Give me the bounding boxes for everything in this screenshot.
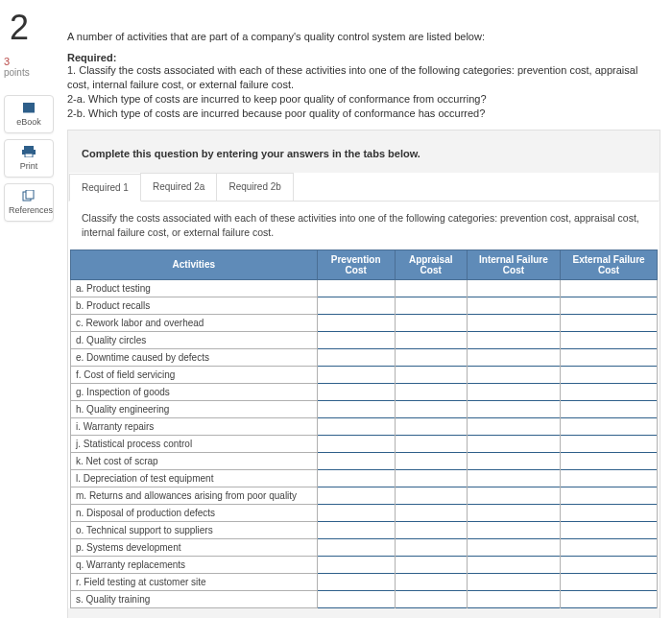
cost-cell[interactable] <box>467 314 560 331</box>
ebook-button[interactable]: eBook <box>4 95 54 133</box>
cost-cell[interactable] <box>467 538 560 556</box>
cost-cell[interactable] <box>395 314 467 331</box>
table-row: n. Disposal of production defects <box>71 504 658 521</box>
cost-cell[interactable] <box>317 590 395 607</box>
cost-cell[interactable] <box>561 314 658 331</box>
cost-cell[interactable] <box>467 487 560 504</box>
cost-cell[interactable] <box>317 521 395 538</box>
cost-cell[interactable] <box>395 452 467 469</box>
cost-cell[interactable] <box>467 331 560 348</box>
cost-cell[interactable] <box>467 504 560 521</box>
cost-cell[interactable] <box>561 573 658 590</box>
cost-cell[interactable] <box>317 279 395 297</box>
cost-cell[interactable] <box>317 538 395 556</box>
ebook-label: eBook <box>16 117 41 127</box>
cost-cell[interactable] <box>467 590 560 607</box>
activity-cell: j. Statistical process control <box>71 435 318 452</box>
cost-cell[interactable] <box>561 590 658 607</box>
cost-cell[interactable] <box>317 348 395 366</box>
cost-cell[interactable] <box>467 383 560 400</box>
cost-cell[interactable] <box>467 469 560 487</box>
cost-cell[interactable] <box>395 383 467 400</box>
cost-cell[interactable] <box>317 314 395 331</box>
cost-cell[interactable] <box>561 417 658 435</box>
cost-cell[interactable] <box>467 279 560 297</box>
cost-cell[interactable] <box>561 348 658 366</box>
cost-cell[interactable] <box>467 435 560 452</box>
cost-cell[interactable] <box>467 400 560 417</box>
cost-cell[interactable] <box>395 435 467 452</box>
activity-cell: o. Technical support to suppliers <box>71 521 318 538</box>
cost-cell[interactable] <box>561 452 658 469</box>
cost-cell[interactable] <box>317 556 395 573</box>
table-row: a. Product testing <box>71 279 658 297</box>
cost-cell[interactable] <box>395 279 467 297</box>
cost-cell[interactable] <box>395 556 467 573</box>
cost-cell[interactable] <box>317 366 395 383</box>
cost-cell[interactable] <box>467 417 560 435</box>
tab-required-1[interactable]: Required 1 <box>69 174 141 202</box>
table-row: h. Quality engineering <box>71 400 658 417</box>
cost-cell[interactable] <box>561 504 658 521</box>
cost-cell[interactable] <box>317 417 395 435</box>
cost-cell[interactable] <box>467 556 560 573</box>
cost-cell[interactable] <box>317 400 395 417</box>
cost-cell[interactable] <box>317 297 395 314</box>
cost-cell[interactable] <box>317 383 395 400</box>
cost-cell[interactable] <box>395 504 467 521</box>
tab-required-2a[interactable]: Required 2a <box>140 173 217 201</box>
cost-cell[interactable] <box>467 348 560 366</box>
cost-cell[interactable] <box>561 383 658 400</box>
cost-cell[interactable] <box>395 297 467 314</box>
cost-cell[interactable] <box>317 487 395 504</box>
cost-cell[interactable] <box>467 297 560 314</box>
points-number: 3 <box>4 56 54 67</box>
table-row: f. Cost of field servicing <box>71 366 658 383</box>
cost-cell[interactable] <box>561 469 658 487</box>
tab-required-2b[interactable]: Required 2b <box>216 173 293 201</box>
cost-cell[interactable] <box>467 521 560 538</box>
cost-cell[interactable] <box>561 400 658 417</box>
cost-cell[interactable] <box>395 538 467 556</box>
cost-cell[interactable] <box>395 590 467 607</box>
cost-cell[interactable] <box>395 487 467 504</box>
cost-cell[interactable] <box>395 417 467 435</box>
required-body: 1. Classify the costs associated with ea… <box>67 63 660 120</box>
cost-cell[interactable] <box>395 348 467 366</box>
cost-cell[interactable] <box>561 331 658 348</box>
cost-cell[interactable] <box>317 331 395 348</box>
cost-cell[interactable] <box>317 435 395 452</box>
cost-cell[interactable] <box>395 366 467 383</box>
cost-cell[interactable] <box>561 279 658 297</box>
cost-cell[interactable] <box>467 366 560 383</box>
cost-cell[interactable] <box>561 538 658 556</box>
activity-cell: d. Quality circles <box>71 331 318 348</box>
cost-cell[interactable] <box>561 435 658 452</box>
cost-cell[interactable] <box>561 366 658 383</box>
cost-cell[interactable] <box>395 521 467 538</box>
cost-cell[interactable] <box>395 331 467 348</box>
references-button[interactable]: References <box>4 183 54 222</box>
activity-cell: p. Systems development <box>71 538 318 556</box>
cost-cell[interactable] <box>561 297 658 314</box>
book-icon <box>9 102 49 115</box>
cost-cell[interactable] <box>561 521 658 538</box>
cost-cell[interactable] <box>317 452 395 469</box>
cost-cell[interactable] <box>395 400 467 417</box>
cost-cell[interactable] <box>561 556 658 573</box>
cost-cell[interactable] <box>467 452 560 469</box>
col-internal: Internal Failure Cost <box>467 250 560 279</box>
cost-cell[interactable] <box>317 504 395 521</box>
card-instruction: Complete this question by entering your … <box>68 140 660 173</box>
activity-cell: q. Warranty replacements <box>71 556 318 573</box>
cost-cell[interactable] <box>395 469 467 487</box>
cost-cell[interactable] <box>467 573 560 590</box>
cost-cell[interactable] <box>561 487 658 504</box>
table-row: j. Statistical process control <box>71 435 658 452</box>
activity-cell: g. Inspection of goods <box>71 383 318 400</box>
cost-cell[interactable] <box>317 573 395 590</box>
cost-cell[interactable] <box>317 469 395 487</box>
table-row: d. Quality circles <box>71 331 658 348</box>
print-button[interactable]: Print <box>4 139 54 178</box>
cost-cell[interactable] <box>395 573 467 590</box>
